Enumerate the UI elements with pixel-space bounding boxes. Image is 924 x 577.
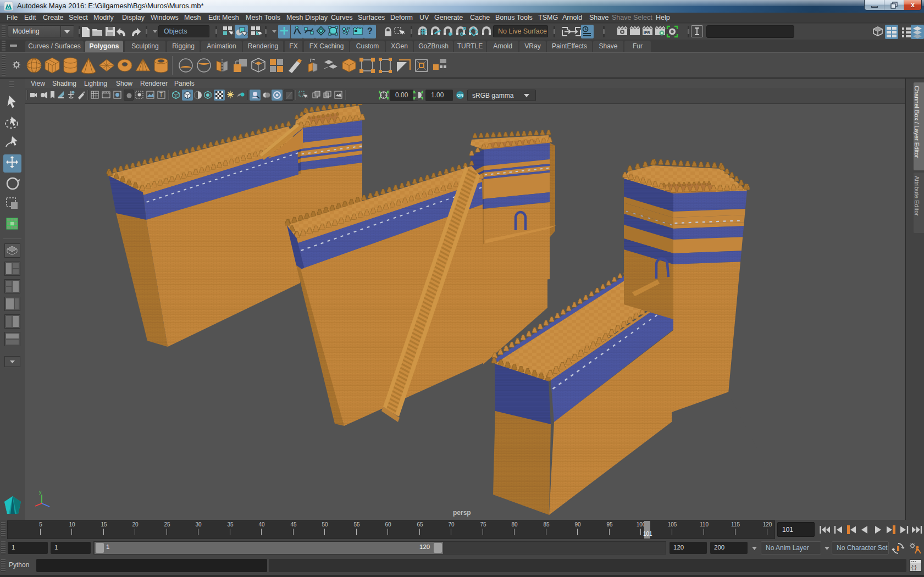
svg-text:T: T: [159, 92, 163, 98]
svg-text:persp: persp: [453, 509, 471, 517]
svg-text:{;}: {;}: [911, 564, 917, 570]
svg-text:y: y: [39, 489, 42, 495]
svg-text:ON: ON: [457, 93, 463, 98]
svg-text:?: ?: [367, 26, 373, 36]
svg-text:IPR: IPR: [644, 31, 650, 35]
